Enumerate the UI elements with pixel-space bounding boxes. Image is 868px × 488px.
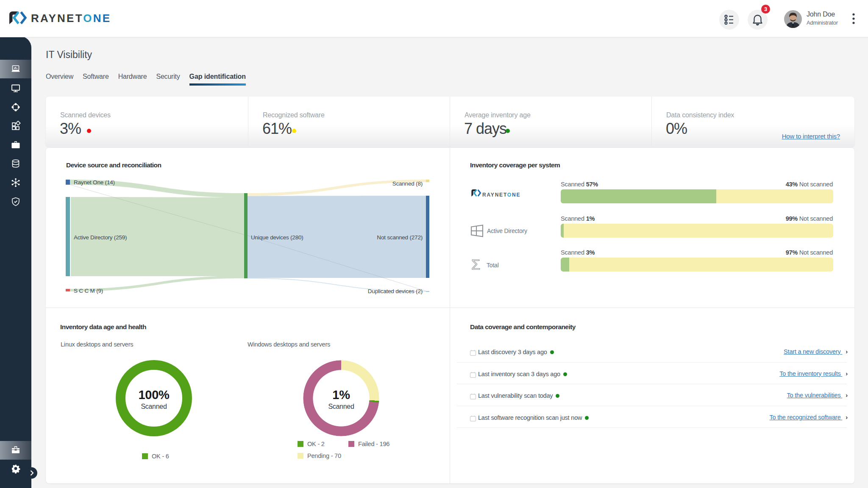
svg-text:Scanned (8): Scanned (8) xyxy=(392,180,423,187)
svg-text:Unique devices (280): Unique devices (280) xyxy=(251,234,303,241)
svg-text:Duplicated devices (2): Duplicated devices (2) xyxy=(368,288,423,294)
svg-text:Σ: Σ xyxy=(471,257,480,272)
svg-text:Raynet One (14): Raynet One (14) xyxy=(74,179,115,186)
svg-text:Active Directory (259): Active Directory (259) xyxy=(74,234,127,241)
svg-text:S C C M (9): S C C M (9) xyxy=(74,288,103,294)
svg-text:Not scanned (272): Not scanned (272) xyxy=(377,234,423,241)
